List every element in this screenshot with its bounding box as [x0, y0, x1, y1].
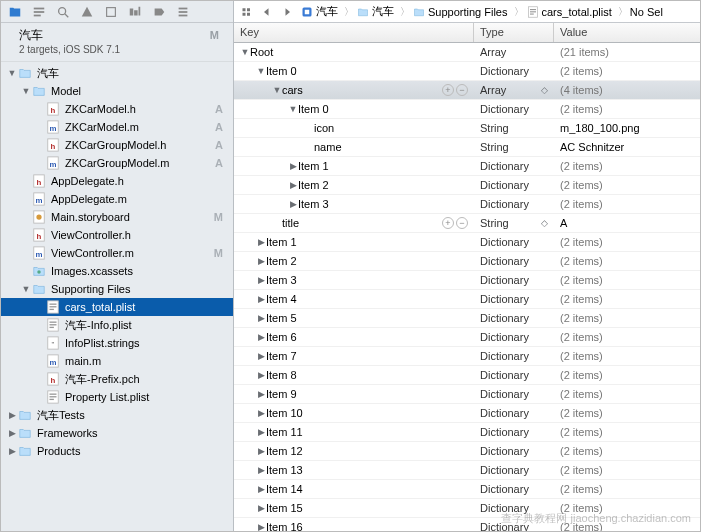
- tree-row[interactable]: Main.storyboardM: [1, 208, 233, 226]
- disclosure-triangle-icon[interactable]: ▼: [256, 66, 266, 76]
- disclosure-triangle-icon[interactable]: ▶: [7, 446, 17, 456]
- disclosure-triangle-icon[interactable]: ▶: [256, 389, 266, 399]
- plist-row[interactable]: iconStringm_180_100.png: [234, 119, 700, 138]
- tree-row[interactable]: ▼Supporting Files: [1, 280, 233, 298]
- disclosure-triangle-icon[interactable]: ▶: [256, 446, 266, 456]
- plist-row[interactable]: ▶Item 13Dictionary(2 items): [234, 461, 700, 480]
- add-icon[interactable]: +: [442, 217, 454, 229]
- disclosure-triangle-icon[interactable]: ▶: [256, 522, 266, 531]
- plist-row[interactable]: ▼Item 0Dictionary(2 items): [234, 100, 700, 119]
- disclosure-triangle-icon[interactable]: ▶: [256, 503, 266, 513]
- tree-row[interactable]: ▼Model: [1, 82, 233, 100]
- tree-row[interactable]: cars_total.plist: [1, 298, 233, 316]
- nav-symbol-icon[interactable]: [31, 4, 47, 20]
- plist-row[interactable]: ▶Item 1Dictionary(2 items): [234, 157, 700, 176]
- add-remove-buttons[interactable]: +−: [442, 84, 468, 96]
- disclosure-triangle-icon[interactable]: ▶: [256, 275, 266, 285]
- history-forward-icon[interactable]: [278, 3, 296, 21]
- plist-row[interactable]: ▶Item 12Dictionary(2 items): [234, 442, 700, 461]
- tree-row[interactable]: ▶Frameworks: [1, 424, 233, 442]
- disclosure-triangle-icon[interactable]: ▶: [256, 313, 266, 323]
- disclosure-triangle-icon[interactable]: ▶: [288, 180, 298, 190]
- plist-row[interactable]: ▶Item 1Dictionary(2 items): [234, 233, 700, 252]
- disclosure-triangle-icon[interactable]: ▶: [256, 484, 266, 494]
- breadcrumb-item[interactable]: 〉Supporting Files: [396, 5, 510, 19]
- tree-row[interactable]: "InfoPlist.strings: [1, 334, 233, 352]
- breadcrumb-item[interactable]: 汽车: [298, 4, 340, 19]
- tree-row[interactable]: mmain.m: [1, 352, 233, 370]
- breadcrumb-item[interactable]: 〉汽车: [340, 4, 396, 19]
- nav-issue-icon[interactable]: [79, 4, 95, 20]
- disclosure-triangle-icon[interactable]: ▶: [256, 465, 266, 475]
- disclosure-triangle-icon[interactable]: ▶: [7, 410, 17, 420]
- tree-row[interactable]: ▶汽车Tests: [1, 406, 233, 424]
- disclosure-triangle-icon[interactable]: ▼: [288, 104, 298, 114]
- plist-row[interactable]: ▶Item 6Dictionary(2 items): [234, 328, 700, 347]
- nav-breakpoint-icon[interactable]: [151, 4, 167, 20]
- tree-row[interactable]: mViewController.mM: [1, 244, 233, 262]
- plist-row[interactable]: ▶Item 3Dictionary(2 items): [234, 195, 700, 214]
- plist-row[interactable]: title+−String◇A: [234, 214, 700, 233]
- breadcrumb-item[interactable]: 〉cars_total.plist: [510, 5, 614, 19]
- disclosure-triangle-icon[interactable]: ▶: [256, 351, 266, 361]
- nav-debug-icon[interactable]: [127, 4, 143, 20]
- column-type[interactable]: Type: [474, 23, 554, 42]
- tree-row[interactable]: Property List.plist: [1, 388, 233, 406]
- remove-icon[interactable]: −: [456, 84, 468, 96]
- disclosure-triangle-icon[interactable]: ▶: [288, 199, 298, 209]
- tree-row[interactable]: h汽车-Prefix.pch: [1, 370, 233, 388]
- plist-row[interactable]: ▶Item 8Dictionary(2 items): [234, 366, 700, 385]
- disclosure-triangle-icon[interactable]: ▼: [21, 86, 31, 96]
- tree-row[interactable]: ▶Products: [1, 442, 233, 460]
- tree-row[interactable]: mZKCarModel.mA: [1, 118, 233, 136]
- add-icon[interactable]: +: [442, 84, 454, 96]
- plist-row[interactable]: ▶Item 10Dictionary(2 items): [234, 404, 700, 423]
- tree-row[interactable]: ▼汽车: [1, 64, 233, 82]
- tree-row[interactable]: mZKCarGroupModel.mA: [1, 154, 233, 172]
- disclosure-triangle-icon[interactable]: ▶: [256, 332, 266, 342]
- plist-row[interactable]: ▶Item 14Dictionary(2 items): [234, 480, 700, 499]
- plist-row[interactable]: ▶Item 7Dictionary(2 items): [234, 347, 700, 366]
- plist-row[interactable]: ▶Item 16Dictionary(2 items): [234, 518, 700, 531]
- tree-row[interactable]: 汽车-Info.plist: [1, 316, 233, 334]
- nav-test-icon[interactable]: [103, 4, 119, 20]
- type-stepper-icon[interactable]: ◇: [541, 218, 548, 228]
- disclosure-triangle-icon[interactable]: ▶: [7, 428, 17, 438]
- disclosure-triangle-icon[interactable]: ▶: [256, 427, 266, 437]
- plist-row[interactable]: ▼Item 0Dictionary(2 items): [234, 62, 700, 81]
- tree-row[interactable]: hZKCarGroupModel.hA: [1, 136, 233, 154]
- disclosure-triangle-icon[interactable]: ▶: [256, 294, 266, 304]
- tree-row[interactable]: Images.xcassets: [1, 262, 233, 280]
- plist-row[interactable]: nameStringAC Schnitzer: [234, 138, 700, 157]
- type-stepper-icon[interactable]: ◇: [541, 85, 548, 95]
- disclosure-triangle-icon[interactable]: ▶: [288, 161, 298, 171]
- disclosure-triangle-icon[interactable]: ▼: [7, 68, 17, 78]
- remove-icon[interactable]: −: [456, 217, 468, 229]
- nav-search-icon[interactable]: [55, 4, 71, 20]
- plist-row[interactable]: ▶Item 11Dictionary(2 items): [234, 423, 700, 442]
- tree-row[interactable]: hViewController.h: [1, 226, 233, 244]
- plist-row[interactable]: ▶Item 15Dictionary(2 items): [234, 499, 700, 518]
- plist-row[interactable]: ▶Item 2Dictionary(2 items): [234, 252, 700, 271]
- plist-row[interactable]: ▼RootArray(21 items): [234, 43, 700, 62]
- disclosure-triangle-icon[interactable]: ▼: [21, 284, 31, 294]
- column-value[interactable]: Value: [554, 23, 700, 42]
- history-back-icon[interactable]: [258, 3, 276, 21]
- tree-row[interactable]: hAppDelegate.h: [1, 172, 233, 190]
- plist-row[interactable]: ▶Item 2Dictionary(2 items): [234, 176, 700, 195]
- disclosure-triangle-icon[interactable]: ▶: [256, 370, 266, 380]
- plist-row[interactable]: ▶Item 3Dictionary(2 items): [234, 271, 700, 290]
- column-key[interactable]: Key: [234, 23, 474, 42]
- project-root[interactable]: 汽车 2 targets, iOS SDK 7.1 M: [1, 23, 233, 62]
- disclosure-triangle-icon[interactable]: ▼: [272, 85, 282, 95]
- plist-row[interactable]: ▼cars+−Array◇(4 items): [234, 81, 700, 100]
- disclosure-triangle-icon[interactable]: ▶: [256, 408, 266, 418]
- plist-row[interactable]: ▶Item 9Dictionary(2 items): [234, 385, 700, 404]
- add-remove-buttons[interactable]: +−: [442, 217, 468, 229]
- disclosure-triangle-icon[interactable]: ▶: [256, 237, 266, 247]
- related-items-icon[interactable]: [238, 3, 256, 21]
- nav-log-icon[interactable]: [175, 4, 191, 20]
- nav-folder-icon[interactable]: [7, 4, 23, 20]
- breadcrumb-item[interactable]: 〉No Sel: [614, 5, 665, 19]
- plist-row[interactable]: ▶Item 5Dictionary(2 items): [234, 309, 700, 328]
